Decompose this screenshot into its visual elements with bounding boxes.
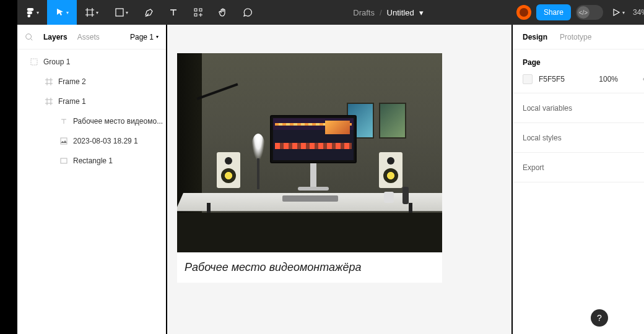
resources-icon bbox=[193, 7, 203, 17]
svg-rect-0 bbox=[116, 9, 123, 16]
frame-icon bbox=[45, 77, 53, 86]
local-variables-section[interactable]: Local variables bbox=[513, 93, 644, 123]
rectangle-icon bbox=[59, 156, 68, 165]
chevron-down-icon: ▾ bbox=[126, 10, 128, 15]
placed-image bbox=[177, 53, 442, 252]
section-label: Local styles bbox=[523, 134, 562, 142]
local-styles-section[interactable]: Local styles + bbox=[513, 123, 644, 153]
layer-row-frame[interactable]: Frame 2 bbox=[17, 72, 166, 92]
hand-icon bbox=[218, 7, 228, 17]
layer-row-image[interactable]: 2023-08-03 18.29 1 bbox=[17, 131, 166, 151]
layer-tree: Group 1 Frame 2 Frame 1 Рабочее место ви… bbox=[17, 49, 166, 334]
zoom-value: 34% bbox=[633, 8, 644, 17]
layer-label: Rectangle 1 bbox=[73, 156, 113, 165]
opacity-value: 100% bbox=[599, 75, 618, 84]
main-menu-button[interactable]: ▾ bbox=[17, 0, 47, 25]
color-hex: F5F5F5 bbox=[539, 75, 565, 84]
chevron-down-icon: ▾ bbox=[419, 8, 424, 17]
page-background-row[interactable]: F5F5F5 100% bbox=[523, 74, 644, 84]
share-button[interactable]: Share bbox=[536, 4, 571, 20]
right-panel-header: Design Prototype bbox=[513, 25, 644, 49]
layer-label: 2023-08-03 18.29 1 bbox=[73, 137, 138, 145]
text-tool-button[interactable] bbox=[161, 0, 186, 25]
chevron-down-icon: ▾ bbox=[156, 34, 159, 40]
shape-tool-button[interactable]: ▾ bbox=[107, 0, 136, 25]
layer-row-group[interactable]: Group 1 bbox=[17, 52, 166, 72]
frame-on-canvas[interactable]: Рабочее место видеомонтажёра bbox=[177, 53, 442, 283]
image-icon bbox=[59, 137, 68, 145]
svg-rect-1 bbox=[194, 9, 197, 11]
chevron-down-icon: ▾ bbox=[37, 10, 39, 15]
page-section: Page F5F5F5 100% bbox=[513, 49, 644, 93]
play-icon bbox=[611, 7, 621, 17]
toolbar-right: Share </> ▾ 34% ▾ bbox=[516, 0, 644, 25]
color-swatch[interactable] bbox=[523, 74, 533, 84]
search-icon[interactable] bbox=[25, 33, 33, 41]
section-label: Export bbox=[523, 163, 544, 172]
page-section-title: Page bbox=[523, 58, 644, 67]
pen-tool-button[interactable] bbox=[136, 0, 161, 25]
svg-rect-2 bbox=[199, 9, 202, 11]
folder-name: Drafts bbox=[353, 8, 375, 17]
resources-button[interactable] bbox=[186, 0, 211, 25]
layer-row-text[interactable]: Рабочее место видеомо... bbox=[17, 111, 166, 131]
frame-icon bbox=[85, 7, 95, 17]
tab-design[interactable]: Design bbox=[523, 33, 547, 41]
zoom-control[interactable]: 34% ▾ bbox=[633, 8, 644, 17]
canvas[interactable]: Рабочее место видеомонтажёра bbox=[166, 25, 513, 334]
tab-layers[interactable]: Layers bbox=[43, 33, 67, 41]
svg-rect-7 bbox=[61, 158, 67, 163]
rectangle-icon bbox=[115, 7, 124, 17]
move-tool-button[interactable]: ▾ bbox=[47, 0, 77, 25]
group-icon bbox=[30, 58, 38, 66]
section-label: Local variables bbox=[523, 104, 572, 113]
layer-row-rectangle[interactable]: Rectangle 1 bbox=[17, 151, 166, 171]
text-icon bbox=[168, 7, 178, 17]
code-icon: </> bbox=[577, 6, 590, 19]
chevron-down-icon: ▾ bbox=[96, 10, 98, 15]
chevron-down-icon: ▾ bbox=[622, 10, 625, 15]
frame-tool-button[interactable]: ▾ bbox=[77, 0, 107, 25]
document-title[interactable]: Drafts / Untitled ▾ bbox=[260, 8, 516, 17]
body: Layers Assets Page 1 ▾ Group 1 Frame 2 bbox=[17, 25, 644, 334]
file-name: Untitled bbox=[387, 8, 414, 17]
help-button[interactable]: ? bbox=[591, 309, 608, 327]
layer-label: Рабочее место видеомо... bbox=[73, 117, 163, 126]
separator: / bbox=[380, 8, 382, 17]
text-icon bbox=[59, 117, 68, 126]
figma-logo-icon bbox=[25, 7, 35, 17]
left-panel: Layers Assets Page 1 ▾ Group 1 Frame 2 bbox=[17, 25, 166, 334]
caption-text: Рабочее место видеомонтажёра bbox=[177, 252, 442, 283]
layer-label: Group 1 bbox=[43, 58, 70, 66]
svg-rect-3 bbox=[194, 14, 197, 16]
tab-prototype[interactable]: Prototype bbox=[560, 33, 591, 41]
page-selector[interactable]: Page 1 ▾ bbox=[130, 33, 159, 41]
chevron-down-icon: ▾ bbox=[66, 10, 69, 15]
figma-app: ▾ ▾ ▾ ▾ Drafts / bbox=[17, 0, 644, 334]
hand-tool-button[interactable] bbox=[211, 0, 235, 25]
layer-label: Frame 2 bbox=[58, 77, 86, 86]
layer-label: Frame 1 bbox=[58, 97, 86, 106]
page-selector-label: Page 1 bbox=[130, 33, 154, 41]
export-section[interactable]: Export + bbox=[513, 153, 644, 182]
frame-icon bbox=[45, 97, 53, 106]
svg-rect-5 bbox=[31, 59, 37, 65]
toolbar: ▾ ▾ ▾ ▾ Drafts / bbox=[17, 0, 644, 25]
dev-mode-toggle[interactable]: </> bbox=[576, 5, 603, 20]
user-avatar[interactable] bbox=[516, 5, 531, 20]
layer-row-frame[interactable]: Frame 1 bbox=[17, 92, 166, 111]
right-panel: Design Prototype Page F5F5F5 100% Local … bbox=[513, 25, 644, 334]
comment-tool-button[interactable] bbox=[235, 0, 260, 25]
svg-point-4 bbox=[26, 33, 32, 39]
avatar-icon bbox=[520, 8, 528, 17]
svg-rect-6 bbox=[61, 138, 67, 144]
cursor-icon bbox=[55, 7, 65, 17]
tab-assets[interactable]: Assets bbox=[77, 33, 100, 41]
comment-icon bbox=[243, 7, 253, 17]
present-button[interactable]: ▾ bbox=[608, 0, 628, 25]
pen-icon bbox=[144, 7, 154, 17]
left-panel-header: Layers Assets Page 1 ▾ bbox=[17, 25, 166, 49]
